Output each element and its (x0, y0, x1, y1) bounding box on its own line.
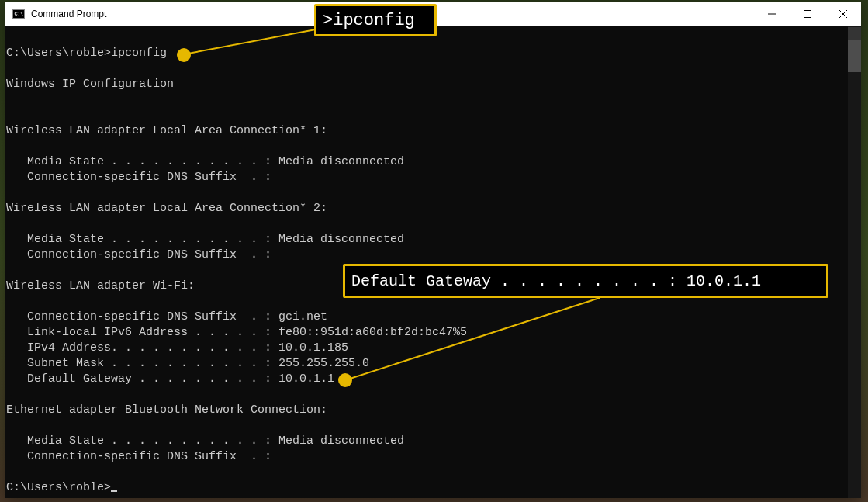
close-icon (839, 10, 847, 18)
minimize-icon (768, 10, 776, 18)
callout-ipconfig: >ipconfig (314, 4, 437, 36)
callout-ipconfig-text: >ipconfig (323, 11, 415, 30)
annotation-dot-gateway (338, 373, 352, 387)
scrollbar-thumb[interactable] (848, 40, 861, 72)
maximize-button[interactable] (790, 2, 825, 26)
maximize-icon (804, 10, 811, 18)
callout-gateway: Default Gateway . . . . . . . . . : 10.0… (343, 264, 828, 298)
terminal-output[interactable]: C:\Users\roble>ipconfig Windows IP Confi… (5, 26, 848, 498)
terminal-area[interactable]: C:\Users\roble>ipconfig Windows IP Confi… (5, 26, 861, 498)
callout-gateway-text: Default Gateway . . . . . . . . . : 10.0… (351, 272, 761, 290)
scrollbar[interactable] (848, 26, 861, 498)
minimize-button[interactable] (754, 2, 790, 26)
svg-rect-1 (804, 10, 811, 17)
command-prompt-window: C:\ Command Prompt C:\Users\roble>ipconf… (5, 2, 861, 498)
cmd-icon: C:\ (12, 9, 25, 19)
close-button[interactable] (825, 2, 861, 26)
terminal-cursor (111, 490, 117, 492)
annotation-dot-command (177, 48, 191, 62)
